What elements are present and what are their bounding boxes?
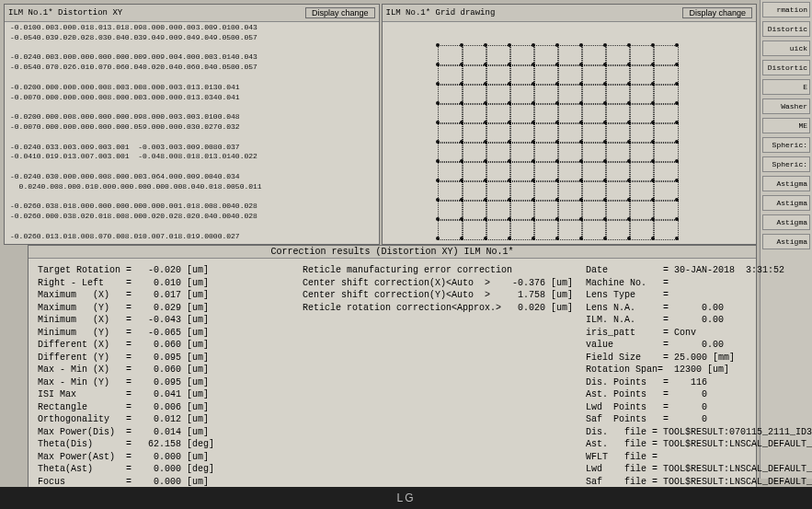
grid-node xyxy=(579,159,583,163)
grid-node xyxy=(579,43,583,47)
grid-node xyxy=(532,179,535,182)
grid-node xyxy=(627,82,631,86)
results-column-left: Target Rotation = -0.020 [um] Right - Le… xyxy=(38,264,277,501)
grid-node xyxy=(484,63,487,66)
grid-node xyxy=(675,179,679,182)
grid-node xyxy=(484,159,487,163)
grid-node xyxy=(436,159,440,163)
grid-node xyxy=(675,198,679,202)
grid-node xyxy=(508,198,511,202)
grid-node xyxy=(484,217,487,221)
sidebar-item[interactable]: Spheric: xyxy=(762,156,810,172)
sidebar-item[interactable]: E xyxy=(762,79,810,95)
grid-node xyxy=(651,217,655,221)
grid-node xyxy=(532,140,535,144)
grid-node xyxy=(484,121,487,124)
grid-node xyxy=(460,82,463,86)
grid-node xyxy=(627,140,631,144)
grid-node xyxy=(603,217,607,221)
grid-node xyxy=(675,43,679,47)
grid-node xyxy=(579,217,583,221)
results-column-right: Date = 30-JAN-2018 3:31:52 Machine No. =… xyxy=(586,264,812,501)
grid-node xyxy=(603,43,607,47)
grid-node xyxy=(579,63,583,66)
grid-node xyxy=(627,198,631,202)
grid-node xyxy=(651,101,655,105)
sidebar-item[interactable]: Distortic xyxy=(762,60,810,75)
grid-node xyxy=(532,121,535,124)
grid-node xyxy=(436,43,440,47)
sidebar-item[interactable]: Washer xyxy=(762,98,810,114)
sidebar-item[interactable]: Distortic xyxy=(762,21,810,37)
results-column-middle: Reticle manufacturing error correction C… xyxy=(303,264,560,501)
grid-node xyxy=(484,101,487,105)
grid-node xyxy=(508,217,511,221)
grid-drawing xyxy=(438,45,677,238)
sidebar-item[interactable]: ME xyxy=(762,118,810,133)
grid-node xyxy=(460,121,463,124)
grid-node xyxy=(651,63,655,66)
grid-node xyxy=(532,63,535,66)
grid-node xyxy=(603,237,607,240)
sidebar-item[interactable]: Astigma xyxy=(762,195,810,211)
sidebar-item[interactable]: Astigma xyxy=(762,176,810,191)
grid-node xyxy=(603,63,607,66)
monitor-brand: LG xyxy=(0,487,812,509)
grid-node xyxy=(603,101,607,105)
grid-node xyxy=(675,82,679,86)
grid-node xyxy=(675,237,679,240)
grid-node xyxy=(436,198,440,202)
grid-node xyxy=(460,140,463,144)
grid-body xyxy=(383,19,757,244)
grid-node xyxy=(675,101,679,105)
grid-node xyxy=(436,140,440,144)
grid-node xyxy=(603,179,607,182)
grid-node xyxy=(508,43,511,47)
grid-node xyxy=(484,43,487,47)
grid-node xyxy=(627,217,631,221)
grid-node xyxy=(651,121,655,124)
sidebar-item[interactable]: rmation xyxy=(762,2,810,17)
grid-node xyxy=(436,179,440,182)
grid-node xyxy=(484,198,487,202)
grid-node xyxy=(627,121,631,124)
distortion-title: ILM No.1* Distortion XY xyxy=(8,8,122,17)
grid-node xyxy=(436,121,440,124)
grid-node xyxy=(627,63,631,66)
grid-node xyxy=(579,82,583,86)
grid-node xyxy=(460,101,463,105)
grid-node xyxy=(508,140,511,144)
grid-node xyxy=(484,140,487,144)
correction-results-window: Correction results (Distortion XY) ILM N… xyxy=(28,245,757,496)
grid-node xyxy=(555,43,559,47)
grid-node xyxy=(555,121,559,124)
grid-node xyxy=(460,43,463,47)
grid-node xyxy=(484,179,487,182)
grid-node xyxy=(555,82,559,86)
display-change-button-left[interactable]: Display change xyxy=(305,7,375,18)
grid-node xyxy=(627,43,631,47)
grid-node xyxy=(508,237,511,240)
grid-node xyxy=(460,63,463,66)
distortion-data-lines: -0.0100.003.000.018.013.018.098.000.000.… xyxy=(10,23,373,244)
distortion-body: -0.0100.003.000.018.013.018.098.000.000.… xyxy=(5,19,379,244)
grid-node xyxy=(508,121,511,124)
sidebar-item[interactable]: Spheric: xyxy=(762,137,810,153)
grid-node xyxy=(627,179,631,182)
grid-node xyxy=(508,159,511,163)
grid-node xyxy=(603,121,607,124)
grid-node xyxy=(508,179,511,182)
grid-node xyxy=(460,179,463,182)
grid-node xyxy=(675,140,679,144)
grid-node xyxy=(579,237,583,240)
display-change-button-right[interactable]: Display change xyxy=(682,7,752,18)
grid-node xyxy=(651,179,655,182)
grid-node xyxy=(508,63,511,66)
grid-node xyxy=(508,82,511,86)
grid-node xyxy=(555,140,559,144)
sidebar-item[interactable]: Astigma xyxy=(762,234,810,249)
grid-node xyxy=(460,237,463,240)
grid-node xyxy=(603,198,607,202)
sidebar-item[interactable]: uick xyxy=(762,40,810,56)
sidebar-item[interactable]: Astigma xyxy=(762,214,810,230)
